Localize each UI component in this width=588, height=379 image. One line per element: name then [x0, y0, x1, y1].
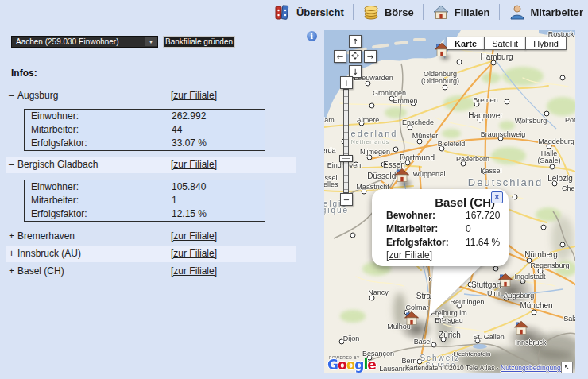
- map-city-label: Salz: [563, 315, 575, 323]
- zur-filiale-link[interactable]: [zur Filiale]: [171, 159, 217, 170]
- nav-label: Filialen: [455, 6, 490, 18]
- map-town-dot: [560, 75, 566, 81]
- branch-row-augsburg[interactable]: – Augsburg [zur Filiale]: [6, 87, 296, 104]
- zoom-slider-handle[interactable]: [339, 155, 353, 162]
- found-branch-button[interactable]: Bankfiliale gründen: [163, 36, 235, 48]
- nav-separator: [499, 4, 500, 20]
- zur-filiale-link[interactable]: [zur Filiale]: [171, 265, 217, 277]
- map-city-label: Karlsr: [428, 275, 447, 283]
- pan-right-button[interactable]: →: [364, 50, 377, 63]
- map-city-label: Emmen: [393, 97, 417, 105]
- branch-house-icon: [404, 311, 420, 326]
- map-city-label: Deutschland: [468, 176, 543, 188]
- pan-left-button[interactable]: ←: [334, 50, 346, 63]
- house-icon: [432, 3, 450, 21]
- branch-row-basel[interactable]: + Basel (CH) [zur Filiale]: [6, 263, 296, 280]
- map-type-hybrid[interactable]: Hybrid: [525, 37, 567, 50]
- branch-marker-bergisch-gladbach[interactable]: [394, 168, 410, 183]
- infowindow-label: Erfolgsfaktor:: [386, 237, 449, 248]
- info-icon[interactable]: i: [307, 31, 317, 41]
- map-city-label: Innsbruck: [515, 338, 546, 346]
- branch-marker-basel[interactable]: [404, 311, 420, 326]
- nav-label: Mitarbeiter: [531, 6, 583, 18]
- branch-marker-innsbruck[interactable]: [513, 320, 529, 335]
- collapse-toggle[interactable]: –: [9, 159, 14, 170]
- pan-up-button[interactable]: ↑: [349, 35, 362, 48]
- nav-item-filialen[interactable]: Filialen: [432, 3, 490, 21]
- google-logo-letter: e: [367, 357, 376, 373]
- zur-filiale-link[interactable]: [zur Filiale]: [171, 248, 217, 259]
- branch-name: Basel (CH): [17, 265, 64, 277]
- detail-value: 12.15 %: [172, 207, 207, 221]
- move-icon: [351, 52, 359, 60]
- person-icon: [509, 3, 526, 21]
- zoom-in-button[interactable]: +: [340, 76, 353, 89]
- nav-label: Börse: [385, 6, 414, 18]
- expand-icon[interactable]: ↖: [561, 362, 573, 373]
- detail-row: Erfolgsfaktor:33.07 %: [25, 137, 265, 150]
- expand-toggle[interactable]: +: [9, 248, 14, 259]
- google-logo-letter: o: [338, 357, 346, 373]
- detail-value: 1: [172, 194, 177, 207]
- city-select[interactable]: Aachen (259.030 Einwohner) ▼: [11, 36, 158, 48]
- map-town-dot: [457, 60, 462, 65]
- map-canvas[interactable]: RostockHamburgBremenOldenburg(Oldenburg)…: [324, 30, 575, 373]
- expand-toggle[interactable]: +: [9, 265, 14, 277]
- coins-icon: [362, 3, 380, 21]
- branch-house-icon: [394, 168, 410, 183]
- nav-item-mitarbeiter[interactable]: Mitarbeiter: [509, 3, 583, 21]
- map-town-dot: [369, 103, 375, 109]
- terms-link[interactable]: Nutzungsbedingungen: [501, 364, 568, 372]
- zoom-out-button[interactable]: −: [340, 193, 353, 206]
- zur-filiale-link[interactable]: [zur Filiale]: [386, 249, 432, 261]
- detail-label: Mitarbeiter:: [31, 195, 79, 206]
- map-city-label: Leipzig: [547, 174, 573, 183]
- nav-item-uebersicht[interactable]: Übersicht: [274, 3, 344, 21]
- zur-filiale-link[interactable]: [zur Filiale]: [171, 230, 217, 242]
- map-city-label: Dijon: [343, 335, 360, 342]
- map-city-label: Chem: [562, 184, 575, 192]
- detail-row: Erfolgsfaktor:12.15 %: [25, 207, 265, 221]
- map-city-label: Nürnberg: [524, 250, 558, 259]
- collapse-toggle[interactable]: –: [9, 90, 14, 101]
- map-city-label: Wuppertal: [413, 170, 446, 178]
- nav-label: Übersicht: [296, 6, 344, 18]
- map-town-dot: [550, 164, 555, 170]
- map-town-dot: [491, 60, 497, 66]
- map-city-label: xelles: [324, 180, 338, 188]
- detail-row: Mitarbeiter:1: [25, 194, 265, 207]
- expand-toggle[interactable]: +: [9, 230, 14, 242]
- map-city-label: Magdeburg: [538, 137, 574, 145]
- google-logo: Google: [327, 357, 376, 373]
- detail-label: Erfolgsfaktor:: [31, 137, 87, 149]
- map-city-label: (Saale): [537, 157, 560, 164]
- map-city-label: Kassel: [480, 167, 501, 175]
- map-town-dot: [544, 111, 550, 117]
- map-type-karte[interactable]: Karte: [447, 37, 485, 50]
- city-select-value: Aachen (259.030 Einwohner): [16, 37, 119, 46]
- map-city-label: München: [520, 301, 552, 310]
- map-city-label: Reutlingen: [450, 298, 484, 306]
- map-city-label: Strasbo: [416, 292, 443, 300]
- close-icon[interactable]: ×: [491, 191, 503, 203]
- branch-row-innsbruck[interactable]: + Innsbruck (AU) [zur Filiale]: [6, 246, 296, 262]
- branch-marker-augsburg[interactable]: [497, 273, 513, 288]
- detail-label: Mitarbeiter:: [31, 124, 79, 135]
- map-city-label: Bremen: [473, 96, 498, 104]
- branch-row-bergisch-gladbach[interactable]: – Bergisch Gladbach [zur Filiale]: [6, 157, 296, 173]
- branch-detail-table-augsburg: Einwohner:262.992 Mitarbeiter:44 Erfolgs…: [24, 109, 265, 151]
- nav-item-boerse[interactable]: Börse: [362, 3, 414, 21]
- map-city-label: Bielefeld: [438, 140, 466, 148]
- branch-row-bremerhaven[interactable]: + Bremerhaven [zur Filiale]: [6, 228, 296, 245]
- pan-center-button[interactable]: [349, 50, 362, 63]
- map-town-dot: [393, 147, 399, 153]
- map-type-satellit[interactable]: Satellit: [484, 37, 526, 50]
- map-town-dot: [505, 99, 510, 105]
- zoom-slider-track[interactable]: [343, 89, 349, 193]
- zur-filiale-link[interactable]: [zur Filiale]: [171, 90, 217, 101]
- map-city-label: Basel: [414, 338, 432, 346]
- infowindow-value: 0: [466, 223, 471, 234]
- map-city-label: Breisgau: [435, 316, 463, 324]
- infowindow-label: Mitarbeiter:: [386, 223, 438, 234]
- infowindow-row: Erfolgsfaktor:11.64 %: [386, 237, 502, 249]
